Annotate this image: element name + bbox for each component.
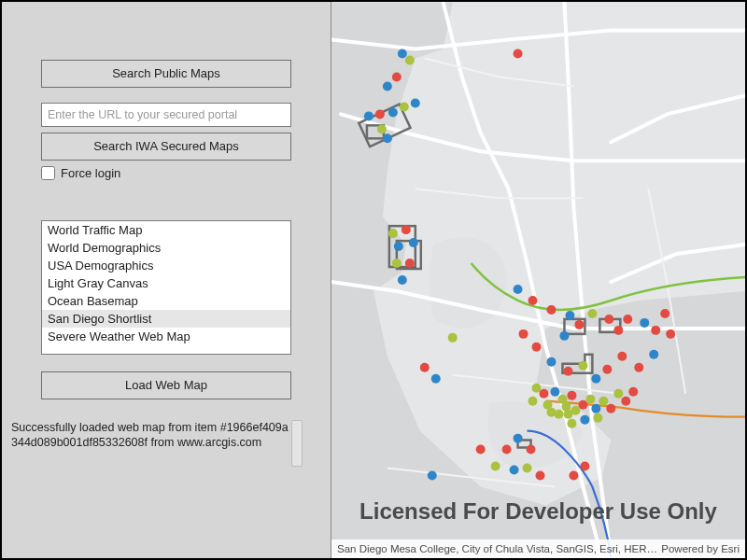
map-poi-dot[interactable] xyxy=(476,445,486,455)
map-poi-dot[interactable] xyxy=(587,309,597,318)
map-poi-dot[interactable] xyxy=(660,309,669,318)
map-poi-dot[interactable] xyxy=(593,413,602,423)
sidebar: Search Public Maps Search IWA Secured Ma… xyxy=(2,2,331,558)
map-poi-dot[interactable] xyxy=(651,326,660,335)
map-poi-dot[interactable] xyxy=(565,311,574,320)
map-poi-dot[interactable] xyxy=(580,462,589,471)
map-area[interactable]: Licensed For Developer Use Only San Dieg… xyxy=(331,2,745,558)
map-poi-dot[interactable] xyxy=(392,73,402,82)
map-poi-dot[interactable] xyxy=(628,387,638,397)
map-poi-dot[interactable] xyxy=(532,343,542,352)
map-poi-dot[interactable] xyxy=(617,352,627,361)
map-poi-dot[interactable] xyxy=(502,445,512,455)
attribution-bar: San Diego Mesa College, City of Chula Vi… xyxy=(331,539,745,558)
map-poi-dot[interactable] xyxy=(491,462,500,471)
map-poi-dot[interactable] xyxy=(383,81,392,91)
map-poi-dot[interactable] xyxy=(554,410,563,419)
force-login-label: Force login xyxy=(61,166,120,180)
map-poi-dot[interactable] xyxy=(634,363,643,372)
attribution-right: Powered by Esri xyxy=(661,543,740,554)
map-poi-dot[interactable] xyxy=(377,124,387,133)
portal-url-input[interactable] xyxy=(41,103,291,127)
list-item[interactable]: Ocean Basemap xyxy=(42,292,290,310)
map-poi-dot[interactable] xyxy=(411,98,420,107)
map-poi-dot[interactable] xyxy=(606,404,615,413)
map-poi-dot[interactable] xyxy=(510,466,519,475)
map-poi-dot[interactable] xyxy=(405,259,415,268)
map-poi-dot[interactable] xyxy=(536,471,545,481)
map-poi-dot[interactable] xyxy=(388,107,398,117)
map-poi-dot[interactable] xyxy=(591,374,600,384)
map-poi-dot[interactable] xyxy=(375,109,385,119)
map-poi-dot[interactable] xyxy=(649,350,658,359)
map-poi-dot[interactable] xyxy=(567,391,576,400)
map-canvas[interactable] xyxy=(331,2,745,558)
map-poi-dot[interactable] xyxy=(550,387,559,397)
map-poi-dot[interactable] xyxy=(574,320,584,329)
map-poi-dot[interactable] xyxy=(405,56,415,65)
map-poi-dot[interactable] xyxy=(448,333,458,343)
map-poi-dot[interactable] xyxy=(409,238,418,247)
map-poi-dot[interactable] xyxy=(571,406,580,415)
map-poi-dot[interactable] xyxy=(563,367,572,376)
map-poi-dot[interactable] xyxy=(392,259,402,268)
map-poi-dot[interactable] xyxy=(529,296,538,305)
map-poi-dot[interactable] xyxy=(400,102,409,111)
map-poi-dot[interactable] xyxy=(559,331,569,341)
map-poi-dot[interactable] xyxy=(585,395,595,404)
list-item[interactable]: USA Demographics xyxy=(42,257,290,274)
map-poi-dot[interactable] xyxy=(514,285,523,294)
map-poi-dot[interactable] xyxy=(580,415,589,425)
list-item[interactable]: World Demographics xyxy=(42,239,290,257)
map-poi-dot[interactable] xyxy=(623,315,632,324)
status-scrollbar[interactable] xyxy=(291,420,303,467)
map-poi-dot[interactable] xyxy=(539,389,548,399)
app-root: Search Public Maps Search IWA Secured Ma… xyxy=(0,0,747,560)
map-poi-dot[interactable] xyxy=(602,365,612,374)
map-poi-dot[interactable] xyxy=(613,389,623,399)
map-poi-dot[interactable] xyxy=(604,315,613,324)
map-poi-dot[interactable] xyxy=(402,225,411,234)
map-poi-dot[interactable] xyxy=(519,329,529,339)
map-poi-dot[interactable] xyxy=(591,404,600,413)
map-poi-dot[interactable] xyxy=(546,357,556,367)
list-item[interactable]: San Diego Shortlist xyxy=(42,310,290,328)
map-poi-dot[interactable] xyxy=(388,229,398,238)
map-poi-dot[interactable] xyxy=(640,318,649,328)
map-poi-dot[interactable] xyxy=(569,471,578,481)
map-poi-dot[interactable] xyxy=(514,434,523,443)
map-poi-dot[interactable] xyxy=(514,49,523,59)
map-poi-dot[interactable] xyxy=(613,326,623,335)
search-iwa-button[interactable]: Search IWA Secured Maps xyxy=(41,133,291,161)
force-login-checkbox[interactable] xyxy=(41,166,55,180)
list-item[interactable]: World Traffic Map xyxy=(42,221,290,239)
map-poi-dot[interactable] xyxy=(398,275,407,285)
map-poi-dot[interactable] xyxy=(523,464,532,473)
map-poi-dot[interactable] xyxy=(428,471,437,481)
webmap-listbox[interactable]: World Traffic MapWorld DemographicsUSA D… xyxy=(41,220,291,355)
map-poi-dot[interactable] xyxy=(383,133,392,143)
map-poi-dot[interactable] xyxy=(527,445,536,455)
load-webmap-button[interactable]: Load Web Map xyxy=(41,371,291,399)
map-poi-dot[interactable] xyxy=(398,49,407,59)
map-poi-dot[interactable] xyxy=(364,111,374,120)
status-text: Successfully loaded web map from item #1… xyxy=(11,420,291,451)
map-poi-dot[interactable] xyxy=(666,329,675,339)
map-poi-dot[interactable] xyxy=(431,374,441,384)
search-public-button[interactable]: Search Public Maps xyxy=(41,60,291,88)
map-poi-dot[interactable] xyxy=(599,397,608,406)
map-poi-dot[interactable] xyxy=(578,361,587,371)
map-poi-dot[interactable] xyxy=(578,400,587,410)
list-item[interactable]: Light Gray Canvas xyxy=(42,274,290,292)
attribution-left: San Diego Mesa College, City of Chula Vi… xyxy=(337,543,661,554)
map-poi-dot[interactable] xyxy=(529,397,538,406)
map-poi-dot[interactable] xyxy=(621,397,630,406)
map-poi-dot[interactable] xyxy=(394,242,403,251)
map-poi-dot[interactable] xyxy=(567,419,576,428)
map-poi-dot[interactable] xyxy=(546,305,556,315)
list-item[interactable]: Severe Weather Web Map xyxy=(42,328,290,345)
map-poi-dot[interactable] xyxy=(420,363,430,372)
map-poi-dot[interactable] xyxy=(532,384,542,393)
